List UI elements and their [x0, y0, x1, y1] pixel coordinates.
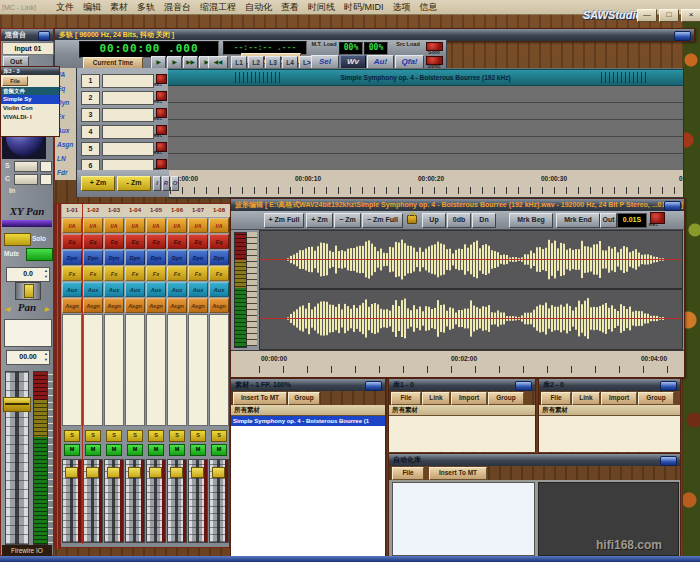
pan-value-spinner[interactable]: 0.0▲▼: [6, 267, 50, 282]
channel-dyn-button[interactable]: Dyn: [62, 250, 82, 265]
channel-aux-button[interactable]: Aux: [125, 282, 145, 297]
zoom-in-button[interactable]: + Zm: [81, 176, 115, 191]
track-lane-2[interactable]: [168, 86, 683, 103]
channel-fader-knob[interactable]: [149, 467, 162, 478]
menu-item-5[interactable]: 缩混工程: [200, 1, 236, 14]
channel-label-box[interactable]: [188, 314, 208, 426]
channel-fader-knob[interactable]: [212, 467, 225, 478]
library-group-button[interactable]: Group: [638, 392, 674, 405]
wave-gain-button-dn[interactable]: Dn: [472, 213, 496, 228]
track-number[interactable]: 3: [81, 108, 100, 122]
menu-item-3[interactable]: 多轨: [137, 1, 155, 14]
channel-aux-button[interactable]: Aux: [146, 282, 166, 297]
channel-aux-button[interactable]: Aux: [167, 282, 187, 297]
popup-file-item[interactable]: Violin Con: [1, 104, 59, 113]
group-button[interactable]: Group: [288, 392, 320, 405]
channel-fader-knob[interactable]: [65, 467, 78, 478]
regions-titlebar[interactable]: 素材 - 1 FP. 100%: [231, 379, 385, 391]
channel-i-a-button[interactable]: I/A: [83, 218, 103, 233]
channel-fader[interactable]: [62, 459, 82, 543]
pan-right-arrow[interactable]: ▶: [44, 305, 49, 312]
channel-eq-button[interactable]: Eq: [146, 234, 166, 249]
channel-fader[interactable]: [146, 459, 166, 543]
selected-region-item[interactable]: Simple Symphony op. 4 - Boisterous Bourr…: [231, 416, 385, 426]
minimize-button[interactable]: [38, 31, 50, 41]
channel-label-box[interactable]: [167, 314, 187, 426]
lock-icon[interactable]: [407, 215, 417, 224]
popup-file-item[interactable]: VIVALDI- I: [1, 113, 59, 122]
channel-i-a-button[interactable]: I/A: [209, 218, 229, 233]
channel-eq-button[interactable]: Eq: [209, 234, 229, 249]
menu-item-0[interactable]: 文件: [56, 1, 74, 14]
pan-position-bar[interactable]: [2, 220, 52, 227]
channel-mute-button[interactable]: M: [106, 444, 122, 456]
channel-solo-button[interactable]: S: [106, 430, 122, 442]
track-lane-3[interactable]: [168, 103, 683, 120]
menu-item-4[interactable]: 混音台: [164, 1, 191, 14]
regions-list[interactable]: [231, 426, 385, 557]
channel-solo-button[interactable]: S: [148, 430, 164, 442]
channel-fx-button[interactable]: Fx: [125, 266, 145, 281]
channel-fader-knob[interactable]: [86, 467, 99, 478]
mixer-titlebar[interactable]: 混音台: [1, 29, 53, 41]
iro-button-i[interactable]: I: [153, 176, 161, 191]
channel-fx-button[interactable]: Fx: [146, 266, 166, 281]
channel-fader-knob[interactable]: [170, 467, 183, 478]
channel-aux-button[interactable]: Aux: [104, 282, 124, 297]
track-name-field[interactable]: [102, 108, 154, 122]
library-link-button[interactable]: Link: [422, 392, 450, 405]
channel-asgn-button[interactable]: Asgn: [125, 298, 145, 313]
menu-item-2[interactable]: 素材: [110, 1, 128, 14]
minimize-button[interactable]: [674, 31, 691, 41]
channel-fader[interactable]: [125, 459, 145, 543]
channel-i-a-button[interactable]: I/A: [146, 218, 166, 233]
channel-i-a-button[interactable]: I/A: [188, 218, 208, 233]
channel-dyn-button[interactable]: Dyn: [209, 250, 229, 265]
channel-aux-button[interactable]: Aux: [62, 282, 82, 297]
channel-fader[interactable]: [83, 459, 103, 543]
channel-i-a-button[interactable]: I/A: [167, 218, 187, 233]
strip-mute-button[interactable]: [26, 248, 53, 261]
channel-label-box[interactable]: [104, 314, 124, 426]
wave-zoom-button-3[interactable]: − Zm Full: [362, 213, 403, 228]
menu-item-1[interactable]: 编辑: [83, 1, 101, 14]
channel-fader[interactable]: [209, 459, 229, 543]
channel-mute-button[interactable]: M: [64, 444, 80, 456]
channel-dyn-button[interactable]: Dyn: [167, 250, 187, 265]
track-number[interactable]: 1: [81, 74, 100, 88]
channel-solo-button[interactable]: S: [127, 430, 143, 442]
automation-file-button[interactable]: File: [392, 467, 424, 480]
popup-file-item[interactable]: Simple Sy: [1, 95, 59, 104]
menu-item-6[interactable]: 自动化: [245, 1, 272, 14]
track-lane-1[interactable]: Simple Symphony op. 4 - Boisterous Bourr…: [168, 69, 683, 86]
wave-out-button[interactable]: Out: [600, 213, 617, 228]
channel-fader[interactable]: [167, 459, 187, 543]
pan-left-arrow[interactable]: ◀: [5, 305, 10, 312]
channel-aux-button[interactable]: Aux: [209, 282, 229, 297]
wave-editor-titlebar[interactable]: 波形编辑 [ E:\高格式WAV24bit192khz\Simple Symph…: [231, 199, 684, 211]
channel-label-box[interactable]: [83, 314, 103, 426]
library-file-button[interactable]: File: [391, 392, 421, 405]
wave-gain-button-0db[interactable]: 0db: [447, 213, 471, 228]
wave-zoom-button-0[interactable]: + Zm Full: [264, 213, 304, 228]
channel-fx-button[interactable]: Fx: [83, 266, 103, 281]
channel-aux-button[interactable]: Aux: [188, 282, 208, 297]
wave-gain-button-up[interactable]: Up: [422, 213, 446, 228]
track-lane-5[interactable]: [168, 137, 683, 154]
minimize-icon[interactable]: —: [637, 9, 657, 22]
channel-asgn-button[interactable]: Asgn: [188, 298, 208, 313]
waveform-area[interactable]: [259, 230, 683, 350]
library2-titlebar[interactable]: 库2 - 0: [539, 379, 680, 391]
library2-list[interactable]: [539, 416, 680, 452]
menu-item-7[interactable]: 查看: [281, 1, 299, 14]
library-import-button[interactable]: Import: [451, 392, 487, 405]
channel-fader-knob[interactable]: [107, 467, 120, 478]
automation-titlebar[interactable]: 自动化库: [389, 454, 680, 466]
wave-zoom-button-2[interactable]: − Zm: [334, 213, 361, 228]
close-icon[interactable]: ×: [681, 9, 700, 22]
track-lane-6[interactable]: [168, 154, 683, 171]
track-number[interactable]: 2: [81, 91, 100, 105]
channel-fx-button[interactable]: Fx: [188, 266, 208, 281]
zoom-out-button[interactable]: - Zm: [117, 176, 151, 191]
channel-fader-knob[interactable]: [128, 467, 141, 478]
